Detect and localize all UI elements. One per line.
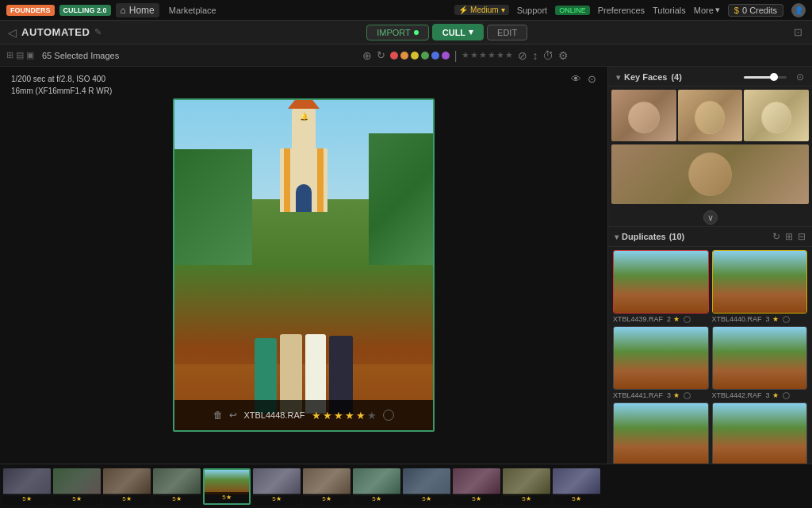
filter-star-3[interactable]: ★	[479, 50, 487, 60]
bell-icon: 🔔	[300, 113, 308, 121]
cull-chevron: ▾	[469, 27, 473, 37]
photo-star-6[interactable]: ★	[367, 410, 377, 421]
photo-star-4[interactable]: ★	[345, 410, 354, 421]
rotate-button[interactable]: ↻	[377, 49, 385, 61]
clock-icon[interactable]: ⏱	[542, 49, 553, 62]
color-dot-orange[interactable]	[400, 52, 408, 60]
face-thumb-2[interactable]	[678, 90, 743, 141]
undo-icon[interactable]: ↩	[229, 410, 237, 421]
film-image-8	[353, 468, 400, 496]
color-dot-yellow[interactable]	[411, 52, 419, 60]
chapel-stripe-left	[284, 148, 290, 212]
edit-name-icon[interactable]: ✎	[94, 27, 102, 37]
film-thumb-8[interactable]: 5★	[353, 468, 400, 505]
dup-circle-4[interactable]	[783, 392, 790, 399]
eye-icon[interactable]: 👁	[571, 73, 581, 85]
film-thumb-10[interactable]: 5★	[453, 468, 500, 505]
sort-icon[interactable]: ↕	[532, 49, 538, 62]
credits-button[interactable]: $ 0 Credits	[728, 4, 783, 17]
back-button[interactable]: ◁	[8, 26, 17, 39]
dup-thumb-3[interactable]	[613, 326, 709, 390]
face-thumb-1[interactable]	[611, 90, 676, 141]
dup-circle-3[interactable]	[684, 392, 691, 399]
slider-track[interactable]	[744, 76, 787, 79]
dup-thumb-4[interactable]	[712, 326, 808, 390]
film-thumb-4[interactable]: 5★	[153, 468, 201, 505]
home-button[interactable]: ⌂ Home	[116, 3, 159, 17]
info-icon[interactable]: ⊙	[588, 73, 596, 85]
filter-star-1[interactable]: ★	[462, 50, 469, 60]
film-bar-9: 5★	[403, 494, 450, 505]
film-bar-8: 5★	[353, 494, 400, 505]
photo-star-3[interactable]: ★	[334, 410, 343, 421]
main-photo[interactable]: 🔔 ✝ 🗑 ↩	[173, 98, 435, 432]
film-thumb-11[interactable]: 5★	[503, 468, 550, 505]
panel-toggle-button[interactable]: ⊡	[792, 25, 804, 40]
dup-circle-1[interactable]	[684, 316, 691, 323]
preferences-button[interactable]: Preferences	[598, 6, 645, 15]
slider-thumb[interactable]	[770, 73, 778, 81]
zoom-in-button[interactable]: ⊕	[362, 49, 372, 62]
filter-icon[interactable]: ⊘	[518, 49, 527, 62]
dup-refresh-icon[interactable]: ↻	[772, 231, 780, 242]
more-button[interactable]: More ▾	[694, 5, 720, 15]
film-thumb-7[interactable]: 5★	[303, 468, 350, 505]
duplicates-chevron[interactable]: ▾	[615, 233, 619, 241]
duplicates-label: Duplicates	[622, 232, 666, 241]
dup-thumb-2[interactable]	[712, 250, 808, 314]
separator-icon: |	[454, 49, 458, 62]
film-thumb-5[interactable]: 5★	[203, 468, 251, 505]
film-star-8: 5★	[372, 495, 381, 502]
film-thumb-3[interactable]: 5★	[103, 468, 151, 505]
filter-star-5[interactable]: ★	[496, 50, 504, 60]
dup-thumb-6[interactable]	[712, 402, 808, 464]
top-nav: FOUNDERS CULLING 2.0 ⌂ Home Marketplace …	[0, 0, 812, 21]
dup-options-icon[interactable]: ⊟	[798, 231, 806, 242]
speed-badge[interactable]: ⚡ Medium ▾	[454, 5, 509, 15]
color-dot-blue[interactable]	[431, 52, 439, 60]
photo-flag-circle[interactable]	[383, 410, 394, 421]
face-thumb-4[interactable]	[611, 144, 809, 204]
tutorials-button[interactable]: Tutorials	[653, 6, 686, 15]
color-dot-red[interactable]	[390, 52, 398, 60]
grid-view-icon[interactable]: ⊞	[6, 50, 13, 60]
marketplace-link[interactable]: Marketplace	[164, 6, 221, 15]
dup-circle-2[interactable]	[783, 316, 790, 323]
support-button[interactable]: Support	[517, 6, 548, 15]
edit-button[interactable]: EDIT	[487, 25, 527, 40]
film-image-9	[403, 468, 450, 496]
dup-thumb-5[interactable]	[613, 402, 709, 464]
film-thumb-12[interactable]: 5★	[553, 468, 600, 505]
key-faces-header: ▾ Key Faces (4) ⊙	[608, 67, 812, 87]
filter-star-6[interactable]: ★	[505, 50, 513, 60]
filter-star-4[interactable]: ★	[488, 50, 496, 60]
filter-star-2[interactable]: ★	[470, 50, 478, 60]
photo-star-1[interactable]: ★	[312, 410, 321, 421]
face-thumb-3[interactable]	[744, 90, 809, 141]
film-thumb-9[interactable]: 5★	[403, 468, 450, 505]
trash-icon[interactable]: 🗑	[213, 410, 223, 421]
nav-right: ⚡ Medium ▾ Support ONLINE Preferences Tu…	[454, 3, 806, 17]
import-button[interactable]: IMPORT	[366, 25, 429, 40]
color-dot-green[interactable]	[421, 52, 429, 60]
photo-star-2[interactable]: ★	[323, 410, 332, 421]
film-bar-3: 5★	[103, 494, 151, 505]
film-thumb-2[interactable]: 5★	[53, 468, 101, 505]
list-view-icon[interactable]: ▤	[16, 50, 24, 60]
color-dot-purple[interactable]	[442, 52, 450, 60]
film-thumb-6[interactable]: 5★	[253, 468, 301, 505]
cull-button[interactable]: CULL ▾	[432, 24, 484, 40]
single-view-icon[interactable]: ▣	[26, 50, 34, 60]
key-faces-chevron[interactable]: ▾	[616, 73, 620, 82]
tools-icon[interactable]: ⚙	[558, 49, 569, 62]
avatar[interactable]: 👤	[791, 3, 806, 17]
film-thumb-1[interactable]: 5★	[3, 468, 51, 505]
dup-item-1: XTBL4439.RAF 2 ★	[613, 250, 709, 323]
key-faces-options-icon[interactable]: ⊙	[796, 71, 804, 83]
dup-thumb-1[interactable]	[613, 250, 709, 314]
photo-star-5[interactable]: ★	[356, 410, 366, 421]
dup-image-4	[713, 327, 807, 389]
credits-label: 0 Credits	[742, 6, 777, 15]
collapse-button[interactable]: ∨	[703, 210, 718, 225]
dup-grid-icon[interactable]: ⊞	[785, 231, 793, 242]
